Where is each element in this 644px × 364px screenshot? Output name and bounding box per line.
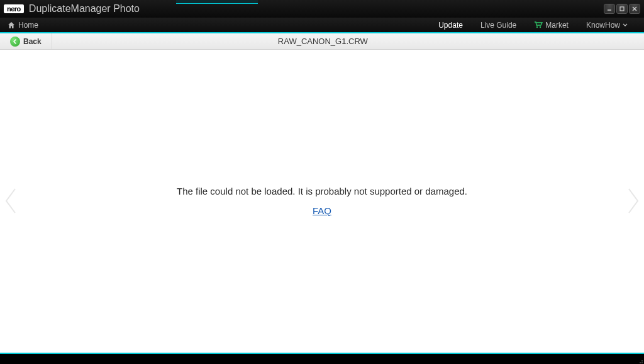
market-label: Market bbox=[545, 21, 569, 30]
svg-point-6 bbox=[641, 360, 643, 361]
svg-rect-1 bbox=[620, 7, 624, 11]
title-bar: nero DuplicateManager Photo bbox=[0, 0, 644, 18]
error-message: The file could not be loaded. It is prob… bbox=[177, 186, 467, 196]
cart-icon bbox=[534, 21, 543, 29]
minimize-button[interactable] bbox=[604, 4, 615, 14]
close-icon bbox=[631, 6, 638, 12]
viewer-area: The file could not be loaded. It is prob… bbox=[0, 50, 644, 351]
svg-point-7 bbox=[640, 362, 641, 363]
titlebar-active-tab-decoration bbox=[176, 0, 258, 4]
home-label: Home bbox=[18, 21, 38, 30]
svg-point-4 bbox=[536, 26, 538, 27]
chevron-right-icon bbox=[624, 186, 641, 215]
faq-link[interactable]: FAQ bbox=[313, 205, 331, 216]
previous-button[interactable] bbox=[3, 186, 20, 215]
minimize-icon bbox=[606, 6, 613, 12]
filename-label: RAW_CANON_G1.CRW bbox=[52, 37, 644, 46]
resize-grip[interactable] bbox=[637, 357, 643, 363]
chevron-down-icon bbox=[623, 23, 628, 27]
window-controls bbox=[604, 4, 640, 14]
app-title: DuplicateManager Photo bbox=[29, 3, 140, 14]
knowhow-label: KnowHow bbox=[586, 21, 620, 30]
home-link[interactable]: Home bbox=[8, 21, 38, 30]
menu-bar: Home Update Live Guide Market KnowHow bbox=[0, 18, 644, 33]
update-link[interactable]: Update bbox=[430, 21, 472, 30]
svg-point-5 bbox=[540, 26, 541, 27]
live-guide-link[interactable]: Live Guide bbox=[472, 21, 525, 30]
chevron-left-icon bbox=[3, 186, 20, 215]
logo: nero bbox=[4, 4, 24, 13]
maximize-button[interactable] bbox=[616, 4, 628, 14]
maximize-icon bbox=[619, 6, 625, 12]
close-button[interactable] bbox=[629, 4, 640, 14]
svg-point-8 bbox=[641, 362, 643, 363]
next-button[interactable] bbox=[624, 186, 641, 215]
back-button[interactable]: Back bbox=[0, 33, 52, 49]
back-label: Back bbox=[23, 37, 42, 46]
knowhow-dropdown[interactable]: KnowHow bbox=[577, 21, 636, 30]
resize-grip-icon bbox=[637, 360, 643, 364]
market-link[interactable]: Market bbox=[525, 21, 577, 30]
home-icon bbox=[8, 21, 15, 29]
content-bar: Back RAW_CANON_G1.CRW bbox=[0, 33, 644, 50]
back-icon bbox=[10, 37, 20, 47]
bottom-bar bbox=[0, 353, 644, 364]
